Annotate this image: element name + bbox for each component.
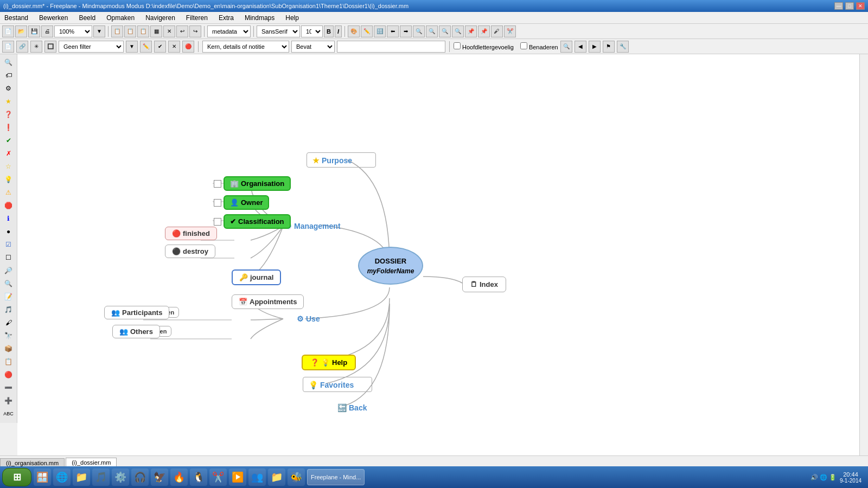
benaderen-check[interactable] [520, 42, 527, 49]
taskbar-icon-8[interactable]: 🔥 [170, 468, 188, 486]
menu-extra[interactable]: Extra [216, 13, 236, 23]
new-icon[interactable]: 📄 [2, 25, 14, 37]
sb-check2-icon[interactable]: ☑ [3, 239, 15, 251]
taskbar-icon-1[interactable]: 🪟 [34, 468, 51, 486]
search-prev-icon[interactable]: ◀ [575, 41, 586, 53]
taskbar-icon-11[interactable]: ▶️ [229, 468, 246, 486]
filter-combo[interactable]: Geen filter [59, 41, 124, 53]
others-node[interactable]: 👥 Others [112, 325, 160, 338]
undo-icon[interactable]: ↩ [176, 25, 188, 37]
sb-stop-icon[interactable]: 🛑 [3, 200, 15, 211]
sb-list-icon[interactable]: 📋 [3, 356, 15, 368]
filter-active[interactable]: 🔴 [182, 41, 194, 53]
color-icon1[interactable]: 🎨 [348, 25, 360, 37]
icon-n[interactable]: 🖋 [491, 25, 503, 37]
icon-h[interactable]: 🔍 [413, 25, 425, 37]
taskbar-icon-6[interactable]: 🎧 [131, 468, 149, 486]
taskbar-icon-4[interactable]: 🎵 [92, 468, 110, 486]
maximize-button[interactable]: □ [845, 2, 854, 10]
tb2-icon-a[interactable]: 📄 [2, 41, 14, 53]
index-node[interactable]: 🗒 Index [462, 277, 506, 292]
sb-info-icon[interactable]: ℹ [3, 213, 15, 224]
icon-e[interactable]: ✕ [163, 25, 175, 37]
search-icon[interactable]: 🔍 [560, 41, 572, 53]
hoofdletter-label[interactable]: Hoofdlettergevoelig [454, 42, 514, 50]
italic-button[interactable]: I [335, 25, 342, 37]
window-controls[interactable]: — □ ✕ [834, 2, 865, 10]
journal-node[interactable]: 🔑 journal [232, 269, 281, 285]
taskbar-icon-12[interactable]: 👥 [248, 468, 266, 486]
sb-warn-icon[interactable]: ⚠ [3, 187, 15, 198]
scrollbar-right[interactable] [859, 54, 868, 455]
icon-l[interactable]: 📌 [465, 25, 477, 37]
save-icon[interactable]: 💾 [28, 25, 40, 37]
help-node[interactable]: ❓ 💡 Help [302, 355, 356, 370]
icon-i[interactable]: 🔍 [426, 25, 438, 37]
redo-icon[interactable]: ↪ [189, 25, 201, 37]
menu-mindmaps[interactable]: Mindmaps [242, 13, 277, 23]
close-button[interactable]: ✕ [856, 2, 865, 10]
search-type-combo[interactable]: Kern, details of notitie [202, 41, 289, 53]
icon-k[interactable]: 🔍 [452, 25, 464, 37]
menu-bewerken[interactable]: Bewerken [37, 13, 70, 23]
org-checkbox[interactable] [214, 180, 221, 188]
start-button[interactable]: ⊞ [2, 468, 31, 486]
finished-node[interactable]: 🔴 finished [165, 227, 217, 240]
taskbar-icon-13[interactable]: 📁 [268, 468, 285, 486]
sb-star-icon[interactable]: ★ [3, 95, 15, 107]
sb-redcircle-icon[interactable]: 🔴 [3, 369, 15, 381]
zoom-dropdown-icon[interactable]: ▼ [93, 25, 105, 37]
purpose-node[interactable]: ★ Purpose [307, 154, 358, 167]
benaderen-label[interactable]: Benaderen [520, 42, 558, 50]
organisation-node[interactable]: 🏢 Organisation [224, 176, 291, 191]
sb-zoom-icon[interactable]: 🔎 [3, 265, 15, 277]
sb-abc-icon[interactable]: ABC [3, 408, 15, 420]
icon-f[interactable]: ⬅ [387, 25, 399, 37]
menu-help[interactable]: Help [283, 13, 301, 23]
open-icon[interactable]: 📂 [15, 25, 27, 37]
fontsize-combo[interactable]: 10 [301, 25, 323, 37]
sb-check-icon[interactable]: ✔ [3, 134, 15, 146]
sb-star2-icon[interactable]: ☆ [3, 160, 15, 172]
format-icon[interactable]: 🔠 [374, 25, 386, 37]
search-next-icon[interactable]: ▶ [589, 41, 601, 53]
sb-music-icon[interactable]: 🎵 [3, 304, 15, 316]
taskbar-icon-10[interactable]: ✂️ [209, 468, 227, 486]
freeplane-taskbar-btn[interactable]: Freeplane - Mind... [307, 469, 365, 485]
use-node[interactable]: ⚙ Use [291, 312, 326, 325]
sb-zoom2-icon[interactable]: 🔍 [3, 278, 15, 290]
tb2-icon-b[interactable]: 🔗 [16, 41, 28, 53]
taskbar-icon-5[interactable]: ⚙️ [112, 468, 129, 486]
filter-dropdown[interactable]: ▼ [126, 41, 138, 53]
metadata-combo[interactable]: metadata [207, 25, 251, 37]
taskbar-icon-3[interactable]: 📁 [73, 468, 90, 486]
icon-m[interactable]: 📌 [478, 25, 490, 37]
sb-note-icon[interactable]: 📝 [3, 291, 15, 303]
sb-search-icon[interactable]: 🔍 [3, 56, 15, 68]
color-icon2[interactable]: ✏️ [361, 25, 373, 37]
sb-empty-icon[interactable]: ☐ [3, 252, 15, 264]
menu-navigeren[interactable]: Navigeren [143, 13, 177, 23]
menu-beeld[interactable]: Beeld [76, 13, 98, 23]
central-node[interactable]: DOSSIER myFolderName [358, 247, 423, 285]
taskbar-icon-7[interactable]: 🦅 [151, 468, 168, 486]
owner-checkbox[interactable] [214, 199, 221, 207]
sb-excl-icon[interactable]: ❗ [3, 121, 15, 133]
search-op-combo[interactable]: Bevat [291, 41, 335, 53]
destroy-node[interactable]: ⚫ destroy [165, 245, 215, 258]
icon-c[interactable]: 📋 [137, 25, 149, 37]
sb-dot-icon[interactable]: ● [3, 226, 15, 237]
icon-a[interactable]: 📋 [111, 25, 123, 37]
search-input[interactable] [337, 41, 445, 53]
sb-filter-icon[interactable]: ⚙ [3, 82, 15, 94]
taskbar-icon-2[interactable]: 🌐 [53, 468, 71, 486]
taskbar-icon-9[interactable]: 🐧 [190, 468, 207, 486]
participants-node[interactable]: 👥 Participants [104, 306, 169, 319]
filter-clear[interactable]: ✕ [168, 41, 180, 53]
filter-apply[interactable]: ✔ [154, 41, 166, 53]
favorites-node[interactable]: 💡 Favorites [303, 378, 359, 391]
icon-j[interactable]: 🔍 [439, 25, 451, 37]
taskbar-icon-14[interactable]: 🐝 [288, 468, 305, 486]
font-combo[interactable]: SansSerif [257, 25, 300, 37]
sb-question-icon[interactable]: ❓ [3, 108, 15, 120]
